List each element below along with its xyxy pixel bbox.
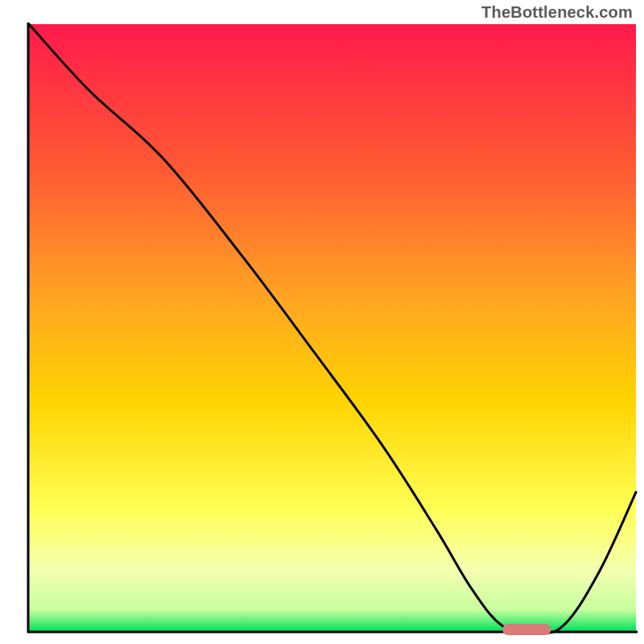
plot-background bbox=[29, 24, 636, 631]
bottleneck-chart bbox=[0, 0, 644, 644]
optimum-marker bbox=[502, 624, 551, 635]
chart-frame: TheBottleneck.com bbox=[0, 0, 644, 644]
